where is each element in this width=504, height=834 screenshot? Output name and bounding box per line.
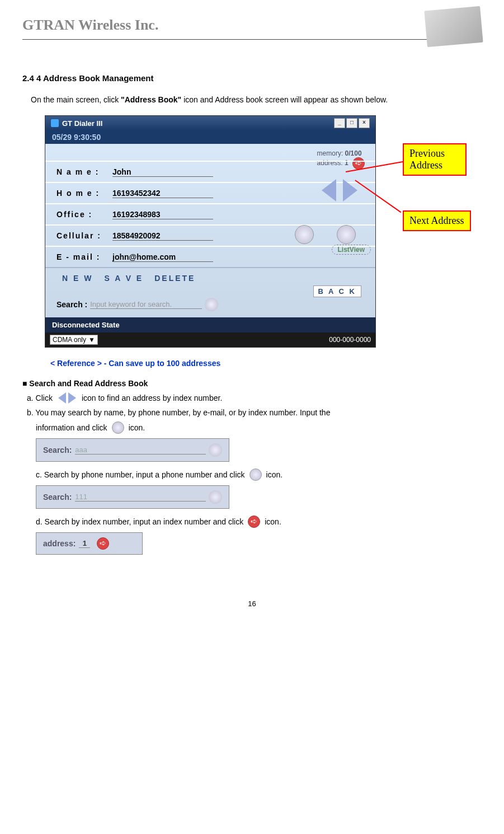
item-b-line2: information and click icon. [36, 421, 482, 434]
save-button[interactable]: S A V E [104, 274, 143, 283]
inline-search-icon [112, 421, 124, 434]
phone-number: 000-000-0000 [329, 336, 371, 344]
datetime-bar: 05/29 9:30:50 [45, 130, 375, 144]
page-header: GTRAN Wireless Inc. [22, 17, 482, 40]
item-b-line1: b. You may search by name, by phone numb… [27, 408, 482, 417]
app-icon [51, 119, 59, 127]
main-panel: memory: 0/100 address: 1 ➪ N a m e : Joh… [45, 144, 375, 317]
search-icon[interactable] [205, 298, 218, 311]
inline-nav-arrows-icon [58, 392, 76, 404]
mini-search-aaa: Search: aaa [36, 438, 229, 462]
inline-search-icon-2 [249, 468, 262, 481]
listview-label: ListView [332, 245, 371, 255]
previous-arrow-icon[interactable] [322, 179, 336, 202]
close-button[interactable]: × [359, 118, 370, 128]
intro-post: icon and Address book screen will appear… [183, 95, 388, 104]
callout-next: Next Address [403, 210, 471, 231]
home-field[interactable]: 16193452342 [112, 189, 213, 198]
bottom-bar: CDMA only ▼ 000-000-0000 [45, 332, 375, 347]
app-title: GT Dialer III [62, 119, 102, 128]
button-row: N E W S A V E DELETE [45, 270, 375, 287]
mini-search-icon[interactable] [209, 443, 222, 457]
office-label: Office : [56, 210, 112, 219]
listview-icon[interactable] [337, 225, 356, 244]
app-screenshot: GT Dialer III _ □ × 05/29 9:30:50 memory… [45, 115, 376, 348]
company-name: GTRAN Wireless Inc. [22, 17, 158, 33]
item-d: d. Search by index number, input an inde… [36, 516, 482, 528]
cellular-field[interactable]: 18584920092 [112, 231, 213, 241]
intro-pre: On the main screen, click [31, 95, 121, 104]
office-field[interactable]: 16192348983 [112, 210, 213, 219]
mini-search-field-2[interactable]: 111 [75, 493, 206, 502]
mini-search-field[interactable]: aaa [75, 446, 206, 455]
item-a: a. Click icon to find an address by inde… [27, 392, 482, 404]
name-field[interactable]: John [112, 167, 213, 177]
search-label: Search : [56, 300, 87, 309]
section-heading: 2.4 4 Address Book Management [22, 73, 482, 83]
mini-goto-icon[interactable]: ➪ [97, 537, 109, 550]
name-label: N a m e : [56, 167, 112, 176]
mode-dropdown[interactable]: CDMA only ▼ [50, 335, 98, 345]
mini-search-icon-2[interactable] [209, 490, 222, 504]
search-section-title: ■ Search and Read Address Book [22, 379, 482, 388]
screenshot-container: GT Dialer III _ □ × 05/29 9:30:50 memory… [45, 115, 482, 348]
inline-arrow-left-icon [58, 392, 66, 404]
mini-search-111: Search: 111 [36, 485, 229, 509]
mini-address-field[interactable]: 1 [79, 539, 90, 548]
cellular-label: Cellular : [56, 231, 112, 240]
minimize-button[interactable]: _ [334, 118, 345, 128]
search-row: Search : Input keyword for search. [56, 298, 364, 311]
intro-bold: "Address Book" [121, 95, 181, 104]
product-card-image [424, 6, 483, 47]
delete-button[interactable]: DELETE [154, 274, 195, 283]
inline-arrow-right-icon [68, 392, 76, 404]
titlebar: GT Dialer III _ □ × [45, 116, 375, 130]
titlebar-buttons: _ □ × [334, 118, 370, 128]
chevron-down-icon: ▼ [88, 336, 95, 344]
callout-previous: Previous Address [403, 143, 467, 176]
item-c: c. Search by phone number, input a phone… [36, 468, 482, 481]
mini-address: address: 1 ➪ [36, 532, 143, 555]
intro-paragraph: On the main screen, click "Address Book"… [31, 93, 482, 107]
phone-icon[interactable] [295, 225, 314, 244]
email-field[interactable]: john@home.com [112, 252, 213, 262]
home-label: H o m e : [56, 189, 112, 198]
email-label: E - mail : [56, 252, 112, 261]
back-button[interactable]: B A C K [313, 285, 361, 297]
nav-arrows [319, 175, 364, 205]
new-button[interactable]: N E W [62, 274, 93, 283]
next-arrow-icon[interactable] [343, 179, 357, 202]
reference-note: < Reference > - Can save up to 100 addre… [50, 359, 482, 368]
status-bar: Disconnected State [45, 317, 375, 332]
inline-goto-icon: ➪ [248, 516, 260, 528]
search-input[interactable]: Input keyword for search. [90, 300, 202, 309]
page-number: 16 [22, 599, 482, 608]
maximize-button[interactable]: □ [346, 118, 357, 128]
